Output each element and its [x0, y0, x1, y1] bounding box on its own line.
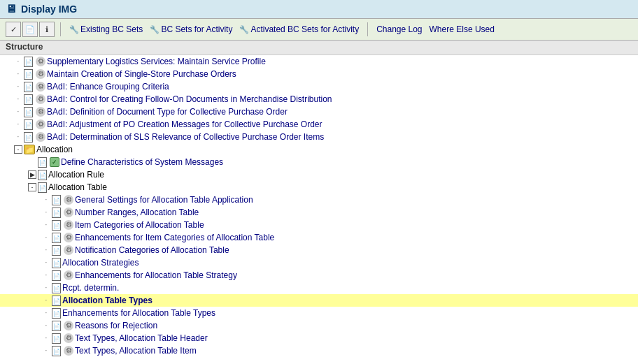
toolbar-btn-2[interactable]: 📄 — [22, 22, 38, 37]
tree-item[interactable]: ·📄⚙General Settings for Allocation Table… — [0, 194, 638, 206]
toolbar-btn-3[interactable]: ℹ — [39, 22, 55, 37]
tree-item: -📄Allocation Table — [0, 181, 638, 194]
tree-expand-btn[interactable]: ▶ — [28, 170, 36, 179]
tree-bullet: · — [14, 120, 22, 129]
tree-expand-btn[interactable]: - — [28, 183, 36, 191]
tree-item[interactable]: ·📄⚙BAdI: Control for Creating Follow-On … — [0, 93, 638, 105]
tree-item[interactable]: ·📄⚙Reasons for Rejection — [0, 319, 638, 332]
tree-expand-btn[interactable]: - — [14, 145, 22, 154]
change-log-link[interactable]: Change Log — [374, 23, 425, 36]
tree-item-label[interactable]: BAdI: Control for Creating Follow-On Doc… — [47, 94, 332, 105]
page-icon: 📄 — [52, 195, 61, 205]
tree-item[interactable]: ·📄Rcpt. determin. — [0, 282, 638, 294]
title-bar-icon: 🖥 — [6, 3, 17, 15]
gear-icon: ⚙ — [36, 107, 45, 117]
tree-item[interactable]: ·📄⚙Item Categories of Allocation Table — [0, 219, 638, 231]
page-icon: 📄 — [52, 233, 61, 243]
gear-icon: ⚙ — [64, 333, 73, 343]
tree-container[interactable]: ·📄⚙Supplementary Logistics Services: Mai… — [0, 55, 638, 364]
tree-item-label[interactable]: BAdI: Definition of Document Type for Co… — [47, 106, 288, 117]
toolbar-btn-1[interactable]: ✓ — [6, 22, 21, 37]
tree-item-label[interactable]: Define Characteristics of System Message… — [61, 156, 223, 168]
tree-item[interactable]: ·📄⚙Text Types, Allocation Table Header — [0, 332, 638, 344]
tree-item-label[interactable]: BAdI: Enhance Grouping Criteria — [47, 81, 169, 92]
tree-item[interactable]: 📄✓Define Characteristics of System Messa… — [0, 156, 638, 168]
page-icon: 📄 — [52, 321, 61, 331]
tree-item[interactable]: ·📄Enhancements for Allocation Table Type… — [0, 307, 638, 319]
tree-item-label: Allocation Rule — [48, 169, 104, 180]
tree-item-label[interactable]: General Settings for Allocation Table Ap… — [75, 194, 253, 205]
tree-bullet: · — [14, 57, 22, 66]
tree-item-label[interactable]: Item Categories of Allocation Table — [75, 219, 204, 231]
tree-item[interactable]: ·📄⚙Supplementary Logistics Services: Mai… — [0, 55, 638, 68]
gear-icon: ⚙ — [36, 94, 45, 104]
tree-item-label[interactable]: Allocation Strategies — [62, 257, 139, 268]
gear-icon: ⚙ — [64, 321, 73, 330]
toolbar-separator-2 — [367, 22, 368, 36]
page-icon: 📄 — [24, 107, 33, 117]
tree-bullet: · — [42, 233, 50, 242]
tree-item-label[interactable]: BAdI: Adjustment of PO Creation Messages… — [47, 119, 322, 130]
tree-item[interactable]: ·📄⚙BAdI: Enhance Grouping Criteria — [0, 80, 638, 93]
tree-item-label[interactable]: Notification Categories of Allocation Ta… — [75, 245, 229, 256]
gear-icon: ⚙ — [64, 233, 73, 242]
tree-item-label[interactable]: Reasons for Rejection — [75, 320, 157, 331]
gear-icon: ⚙ — [36, 119, 45, 129]
page-icon: 📄 — [52, 220, 61, 231]
tree-item[interactable]: ·📄⚙Enhancements for Item Categories of A… — [0, 231, 638, 244]
gear-icon: ⚙ — [64, 245, 73, 255]
page-icon: 📄 — [52, 333, 61, 344]
tree-bullet: · — [42, 196, 50, 204]
tree-bullet: · — [14, 108, 22, 116]
tree-item-label[interactable]: Maintain Creation of Single-Store Purcha… — [47, 68, 236, 80]
title-bar-title: Display IMG — [21, 3, 77, 15]
tree-item[interactable]: ·📄⚙Enhancements for Allocation Table Str… — [0, 269, 638, 282]
tree-item[interactable]: ·📄⚙Notification Categories of Allocation… — [0, 244, 638, 256]
tree-bullet: · — [42, 309, 50, 317]
tree-item[interactable]: ·📄⚙BAdI: Definition of Document Type for… — [0, 105, 638, 118]
tree-item[interactable]: ·📄⚙Maintain Creation of Single-Store Pur… — [0, 68, 638, 80]
where-else-used-link[interactable]: Where Else Used — [427, 23, 497, 36]
tree-item[interactable]: ·📄⚙Text Types, Allocation Table Item — [0, 344, 638, 357]
tree-item-label[interactable]: BAdI: Determination of SLS Relevance of … — [47, 131, 324, 143]
tree-item[interactable]: ·📄⚙BAdI: Adjustment of PO Creation Messa… — [0, 118, 638, 131]
existing-bc-sets-link[interactable]: 🔧 Existing BC Sets — [66, 23, 146, 36]
tree-item[interactable]: ·📄⚙Number Ranges, Allocation Table — [0, 206, 638, 219]
tree-item: -📁Allocation — [0, 143, 638, 156]
tree-item-label[interactable]: Allocation Table Types — [62, 295, 153, 306]
tree-bullet: · — [14, 70, 22, 78]
tree-item[interactable]: ·📄Allocation Strategies — [0, 256, 638, 269]
page-icon: 📄 — [52, 270, 61, 281]
folder-icon: 📁 — [24, 145, 35, 154]
tree-bullet: · — [14, 95, 22, 103]
page-icon: 📄 — [52, 283, 61, 293]
tree-bullet: · — [42, 347, 50, 355]
page-icon: 📄 — [24, 69, 33, 80]
page-icon: 📄 — [24, 94, 33, 105]
gear-icon: ⚙ — [36, 132, 45, 142]
tree-item-label[interactable]: Enhancements for Item Categories of Allo… — [75, 232, 274, 243]
page-icon: 📄 — [52, 308, 61, 319]
page-icon: 📄 — [38, 170, 47, 180]
tree-item-label[interactable]: Text Types, Allocation Table Header — [75, 333, 208, 344]
tree-item[interactable]: ·📄Allocation Table Types — [0, 294, 638, 307]
gear-icon: ⚙ — [64, 270, 73, 280]
page-icon: 📄 — [52, 208, 61, 218]
tree-item-label[interactable]: Text Types, Allocation Table Item — [75, 345, 197, 356]
tree-item-label[interactable]: Supplementary Logistics Services: Mainta… — [47, 56, 266, 67]
check-icon: ✓ — [50, 157, 59, 167]
bc-sets-for-activity-link[interactable]: 🔧 BC Sets for Activity — [147, 23, 235, 36]
tree-item-label: Allocation — [36, 144, 73, 155]
tree-item-label[interactable]: Enhancements for Allocation Table Types — [62, 307, 215, 319]
tree-item-label[interactable]: Rcpt. determin. — [62, 282, 119, 293]
title-bar: 🖥 Display IMG — [0, 0, 638, 19]
tree-bullet: · — [42, 321, 50, 330]
gear-icon: ⚙ — [36, 57, 45, 66]
tree-item-label[interactable]: Enhancements for Allocation Table Strate… — [75, 270, 237, 281]
page-icon: 📄 — [24, 82, 33, 92]
structure-label: Structure — [0, 41, 638, 55]
tree-item-label[interactable]: Number Ranges, Allocation Table — [75, 207, 199, 218]
tree-item[interactable]: ·📄⚙BAdI: Determination of SLS Relevance … — [0, 131, 638, 143]
tree-bullet: · — [14, 133, 22, 141]
activated-bc-sets-link[interactable]: 🔧 Activated BC Sets for Activity — [236, 23, 362, 36]
